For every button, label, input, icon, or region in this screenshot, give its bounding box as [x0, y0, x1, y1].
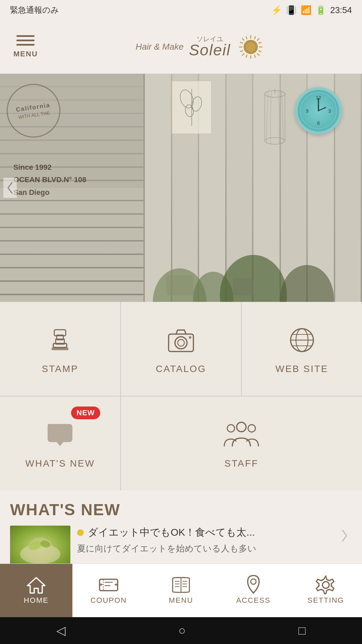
svg-point-53 — [227, 425, 235, 432]
svg-line-12 — [258, 51, 261, 52]
logo-main-wrapper: ソレイユ Soleil — [189, 35, 231, 59]
chevron-left-icon — [6, 181, 14, 195]
svg-line-10 — [254, 55, 255, 58]
whatsnew-menu-item[interactable]: WHAT'S NEW NEW — [0, 396, 120, 490]
nav-coupon-button[interactable]: COUPON — [72, 564, 145, 617]
menu-grid: STAMP CATALOG WEB SITE — [0, 302, 362, 490]
svg-line-7 — [257, 38, 259, 41]
hamburger-line — [16, 44, 35, 46]
svg-rect-37 — [233, 278, 253, 295]
nav-home-label: HOME — [24, 596, 49, 605]
hero-banner: California WITH ALL THE Since 1992OCEAN … — [0, 74, 362, 302]
news-subtext: 夏に向けてダイエットを始めている人も多い — [77, 542, 330, 555]
status-bar: 緊急通報のみ ⚡ 📳 📶 🔋 23:54 — [0, 0, 362, 20]
news-headline: ダイエット中でもOK！食べても太... — [77, 526, 330, 539]
clock: 23:54 — [330, 5, 352, 15]
svg-line-8 — [242, 53, 244, 56]
svg-line-15 — [254, 36, 255, 39]
logo-subtitle: Hair & Make — [136, 42, 184, 52]
news-item[interactable]: ダイエット中でもOK！食べても太... 夏に向けてダイエットを始めている人も多い — [10, 526, 352, 569]
svg-line-6 — [257, 53, 259, 56]
nav-menu-button[interactable]: MENU — [145, 564, 217, 617]
svg-point-75 — [251, 579, 256, 584]
botanical-print-icon — [177, 86, 207, 129]
svg-rect-42 — [52, 347, 68, 350]
news-arrow-icon — [337, 526, 352, 546]
catalog-label: CATALOG — [156, 364, 206, 374]
clock-face-icon: 12 3 6 9 — [298, 91, 339, 131]
nav-setting-button[interactable]: SETTING — [290, 564, 362, 617]
staff-menu-item[interactable]: STAFF — [121, 396, 362, 490]
svg-point-45 — [178, 339, 184, 346]
svg-point-0 — [244, 40, 257, 54]
hamburger-line — [16, 40, 35, 41]
svg-point-76 — [322, 582, 329, 588]
camera-icon — [164, 323, 198, 357]
stamp-menu-item[interactable]: STAMP — [0, 302, 120, 396]
svg-line-13 — [240, 51, 243, 52]
svg-line-5 — [242, 38, 244, 41]
chat-bubble-icon — [43, 418, 77, 451]
svg-text:9: 9 — [306, 108, 308, 114]
nav-setting-label: SETTING — [307, 596, 344, 605]
svg-text:6: 6 — [317, 120, 320, 126]
status-icons: ⚡ 📳 📶 🔋 23:54 — [271, 5, 352, 15]
svg-point-44 — [175, 337, 187, 349]
svg-point-46 — [189, 336, 191, 339]
svg-line-16 — [246, 55, 247, 58]
svg-line-11 — [240, 42, 243, 43]
bottom-navigation: HOME COUPON — [0, 564, 362, 617]
android-nav-bar: ◁ ○ □ — [0, 617, 362, 644]
svg-point-26 — [178, 88, 196, 110]
svg-rect-36 — [166, 275, 193, 295]
yellow-dot-icon — [77, 529, 84, 536]
hamburger-line — [16, 35, 35, 37]
catalog-menu-item[interactable]: CATALOG — [121, 302, 241, 396]
plants-decoration-icon — [145, 208, 362, 302]
svg-point-67 — [115, 583, 118, 586]
android-recents-button[interactable]: □ — [298, 624, 306, 638]
logo-main: Soleil — [189, 41, 231, 59]
nav-menu-label: MENU — [169, 596, 193, 605]
svg-text:3: 3 — [328, 108, 331, 114]
android-back-button[interactable]: ◁ — [56, 624, 66, 638]
new-badge: NEW — [71, 407, 100, 419]
svg-point-54 — [248, 425, 255, 432]
website-menu-item[interactable]: WEB SITE — [242, 302, 362, 396]
app-header: MENU Hair & Make ソレイユ Soleil — [0, 20, 362, 74]
svg-line-24 — [318, 107, 326, 111]
svg-point-28 — [184, 104, 194, 117]
android-home-button[interactable]: ○ — [178, 624, 186, 638]
sun-logo-icon — [237, 34, 264, 60]
news-headline-text: ダイエット中でもOK！食べても太... — [88, 526, 255, 539]
stamp-label: STAMP — [42, 364, 78, 374]
nav-access-button[interactable]: ACCESS — [217, 564, 290, 617]
logo-area: Hair & Make ソレイユ Soleil — [51, 34, 349, 60]
bluetooth-icon: ⚡ — [271, 5, 282, 15]
nav-access-label: ACCESS — [236, 596, 270, 605]
food-image — [10, 526, 70, 569]
hero-right-panel: 12 3 6 9 — [145, 74, 362, 302]
svg-marker-59 — [27, 578, 45, 593]
status-carrier: 緊急通報のみ — [10, 5, 59, 15]
hero-prev-button[interactable] — [3, 178, 17, 198]
whatsnew-label: WHAT'S NEW — [25, 458, 95, 469]
svg-point-30 — [265, 138, 285, 144]
wifi-icon: 📶 — [301, 5, 311, 15]
svg-point-56 — [27, 537, 54, 564]
nav-coupon-label: COUPON — [90, 596, 127, 605]
news-thumbnail — [10, 526, 70, 569]
menu-label: MENU — [13, 50, 38, 58]
whats-new-section: WHAT'S NEW ダイエット中でもOK！食べても太... 夏に向けてダイエッ… — [0, 490, 362, 576]
coupon-icon — [99, 577, 119, 593]
battery-icon: 🔋 — [315, 5, 326, 15]
website-label: WEB SITE — [276, 364, 328, 374]
menu-button[interactable]: MENU — [13, 35, 38, 58]
svg-point-66 — [100, 583, 102, 586]
svg-line-9 — [246, 36, 247, 39]
vibrate-icon: 📳 — [286, 5, 297, 15]
nav-home-button[interactable]: HOME — [0, 564, 72, 617]
gear-icon — [316, 577, 336, 593]
globe-icon — [285, 323, 319, 357]
svg-point-52 — [237, 422, 246, 432]
